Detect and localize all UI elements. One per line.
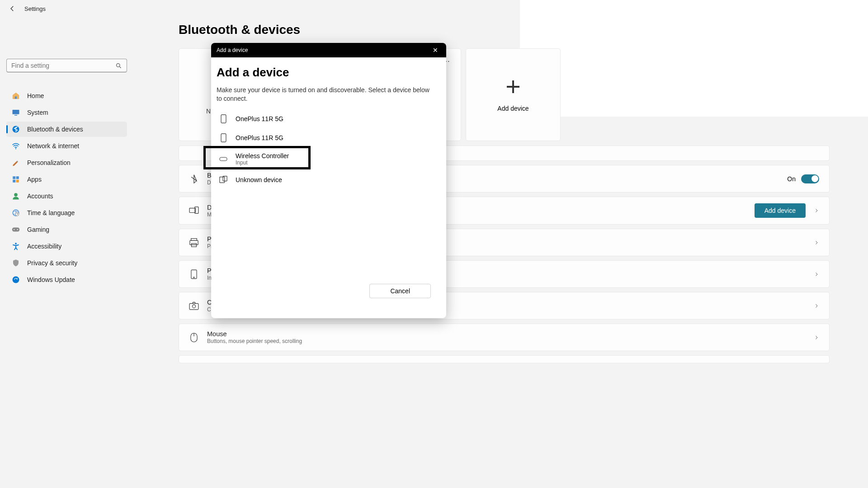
home-icon [12,92,20,100]
svg-rect-1 [15,97,17,99]
mouse-icon [189,333,199,343]
accessibility-icon [12,242,20,250]
sidebar-item-label: Network & internet [27,142,79,150]
svg-rect-24 [192,243,197,246]
sidebar-item-label: Bluetooth & devices [27,126,83,133]
svg-rect-3 [14,115,17,116]
wifi-icon [12,142,20,150]
device-item-oneplus[interactable]: OnePlus 11R 5G [217,128,441,147]
row-title: Mouse [207,330,806,338]
svg-rect-8 [13,180,15,183]
gamepad-icon [12,225,20,234]
svg-rect-6 [13,176,15,179]
svg-point-16 [15,243,17,244]
sidebar-item-apps[interactable]: Apps [6,172,127,187]
devices-icon [189,206,199,216]
svg-point-10 [14,193,18,197]
device-name: Unknown device [236,176,282,183]
sidebar-item-label: Time & language [27,209,75,216]
mouse-row[interactable]: Mouse Buttons, mouse pointer speed, scro… [179,324,830,351]
chevron-right-icon [814,335,819,340]
device-item-unknown[interactable]: Unknown device [217,171,441,189]
svg-rect-2 [13,110,19,114]
sidebar-item-bluetooth[interactable]: Bluetooth & devices [6,122,127,137]
sidebar-item-label: Apps [27,176,42,183]
svg-rect-32 [221,134,226,142]
person-icon [12,192,20,200]
phone-icon [189,269,199,279]
svg-point-0 [117,63,120,67]
device-item-oneplus[interactable]: OnePlus 11R 5G [217,109,441,128]
svg-point-26 [193,277,194,278]
search-field[interactable] [11,62,115,69]
svg-point-5 [15,148,16,149]
sidebar-item-update[interactable]: Windows Update [6,272,127,287]
phone-icon [219,133,227,142]
sidebar-item-label: Accounts [27,192,53,200]
update-icon [12,276,20,284]
sidebar-item-label: Privacy & security [27,259,77,267]
sidebar-item-accounts[interactable]: Accounts [6,188,127,204]
svg-rect-33 [220,157,227,161]
bluetooth-toggle[interactable] [801,174,819,183]
cancel-button[interactable]: Cancel [369,284,431,298]
sidebar-item-time[interactable]: Time & language [6,205,127,221]
close-icon[interactable]: ✕ [430,46,441,55]
svg-rect-13 [12,228,20,232]
sidebar-item-home[interactable]: Home [6,88,127,103]
sidebar-item-accessibility[interactable]: Accessibility [6,239,127,254]
sidebar-item-network[interactable]: Network & internet [6,138,127,154]
printer-icon [189,238,199,248]
apps-icon [12,175,20,183]
toggle-label: On [787,175,796,183]
phone-icon [219,114,227,123]
sidebar-item-label: Accessibility [27,243,61,250]
device-name: OnePlus 11R 5G [236,115,283,122]
svg-rect-31 [221,115,226,123]
sidebar-item-privacy[interactable]: Privacy & security [6,255,127,271]
globe-icon [12,209,20,217]
sidebar-item-system[interactable]: System [6,105,127,120]
camera-icon [189,301,199,311]
device-sub: Input [236,160,289,166]
shield-icon [12,259,20,267]
dialog-description: Make sure your device is turned on and d… [217,86,441,103]
partial-row[interactable] [179,355,830,363]
sidebar-item-personalization[interactable]: Personalization [6,155,127,170]
bluetooth-icon [12,125,20,133]
device-item-controller[interactable]: Wireless Controller Input [217,147,441,171]
sidebar-item-label: Gaming [27,226,49,233]
controller-icon [219,156,227,162]
svg-rect-27 [189,303,198,310]
search-input[interactable] [6,59,127,72]
svg-point-28 [192,305,195,308]
svg-rect-9 [16,180,19,183]
svg-rect-23 [190,240,198,244]
svg-rect-19 [507,86,519,88]
svg-rect-7 [16,176,19,179]
unknown-device-icon [219,176,227,184]
chevron-right-icon [814,208,819,213]
add-device-card[interactable]: Add device [466,48,561,141]
dialog-titlebar-text: Add a device [217,47,248,53]
system-icon [12,108,20,117]
row-sub: Buttons, mouse pointer speed, scrolling [207,338,806,344]
sidebar-item-label: Personalization [27,159,71,166]
chevron-right-icon [814,303,819,309]
svg-rect-34 [220,177,225,183]
dialog-heading: Add a device [217,66,441,80]
svg-rect-22 [191,238,197,240]
svg-point-14 [14,229,14,230]
back-icon[interactable] [8,5,16,13]
svg-point-15 [17,229,18,230]
app-title: Settings [24,5,46,12]
plus-icon [504,78,522,96]
page-title: Bluetooth & devices [179,23,830,37]
chevron-right-icon [814,240,819,245]
device-name: OnePlus 11R 5G [236,134,283,141]
svg-point-17 [13,277,19,283]
brush-icon [12,159,20,167]
add-device-button[interactable]: Add device [755,203,806,218]
sidebar-item-gaming[interactable]: Gaming [6,222,127,237]
device-card-letter: N [206,108,211,115]
